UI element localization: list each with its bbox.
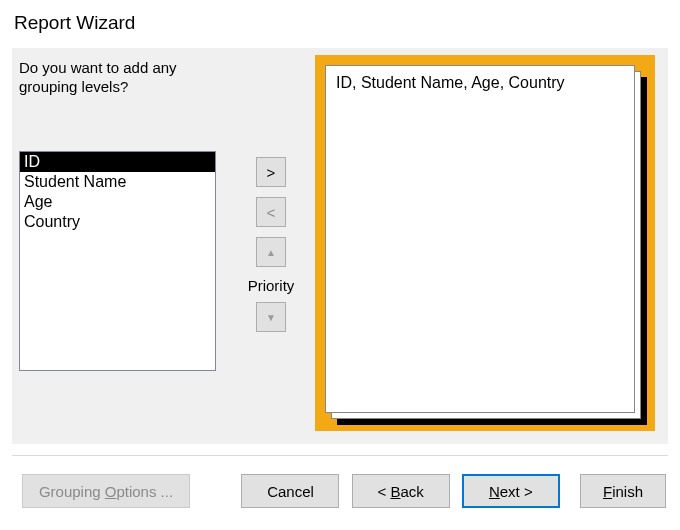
list-item[interactable]: Country — [20, 212, 215, 232]
remove-grouping-button[interactable]: < — [256, 197, 286, 227]
dialog-title: Report Wizard — [0, 0, 680, 42]
bottom-button-bar: Grouping Options ... Cancel < Back Next … — [0, 460, 680, 530]
arrow-down-icon: ▼ — [266, 312, 276, 323]
priority-label: Priority — [241, 277, 301, 294]
button-label: Finish — [603, 483, 643, 500]
list-item[interactable]: Age — [20, 192, 215, 212]
cancel-button[interactable]: Cancel — [241, 474, 339, 508]
separator-line — [12, 455, 668, 456]
list-item[interactable]: ID — [20, 152, 215, 172]
content-area: Do you want to add any grouping levels? … — [12, 48, 668, 444]
fields-listbox[interactable]: ID Student Name Age Country — [19, 151, 216, 371]
add-grouping-button[interactable]: > — [256, 157, 286, 187]
back-button[interactable]: < Back — [352, 474, 450, 508]
finish-button[interactable]: Finish — [580, 474, 666, 508]
preview-frame: ID, Student Name, Age, Country — [315, 55, 655, 431]
preview-fields-line: ID, Student Name, Age, Country — [336, 74, 624, 92]
preview-page: ID, Student Name, Age, Country — [325, 65, 635, 413]
button-label: Cancel — [267, 483, 314, 500]
button-label: < Back — [378, 483, 424, 500]
next-button[interactable]: Next > — [462, 474, 560, 508]
list-item[interactable]: Student Name — [20, 172, 215, 192]
arrow-up-icon: ▲ — [266, 247, 276, 258]
button-label: Grouping Options ... — [39, 483, 173, 500]
report-wizard-dialog: Report Wizard Do you want to add any gro… — [0, 0, 680, 530]
priority-down-button[interactable]: ▼ — [256, 302, 286, 332]
priority-up-button[interactable]: ▲ — [256, 237, 286, 267]
move-buttons-column: > < ▲ Priority ▼ — [241, 157, 301, 342]
prompt-text: Do you want to add any grouping levels? — [13, 49, 223, 103]
button-label: Next > — [489, 483, 533, 500]
grouping-options-button: Grouping Options ... — [22, 474, 190, 508]
